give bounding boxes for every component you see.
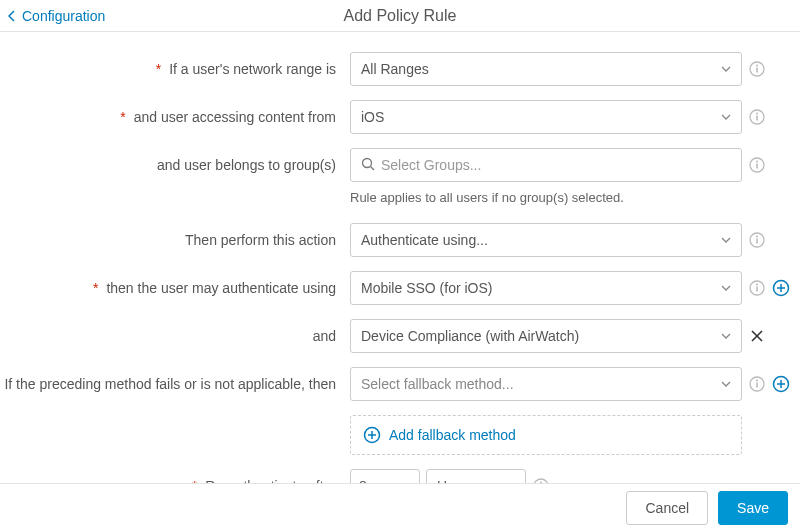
svg-point-6 <box>363 158 372 167</box>
chevron-down-icon <box>721 285 731 291</box>
network-range-select[interactable]: All Ranges <box>350 52 742 86</box>
svg-point-1 <box>756 65 758 67</box>
svg-rect-24 <box>756 383 758 388</box>
info-icon[interactable] <box>748 156 766 174</box>
svg-point-12 <box>756 236 758 238</box>
cancel-button[interactable]: Cancel <box>626 491 708 525</box>
svg-rect-2 <box>756 68 758 73</box>
info-icon[interactable] <box>748 108 766 126</box>
svg-point-9 <box>756 161 758 163</box>
chevron-down-icon <box>721 381 731 387</box>
info-icon[interactable] <box>748 279 766 297</box>
auth-method-2-select[interactable]: Device Compliance (with AirWatch) <box>350 319 742 353</box>
groups-helper-text: Rule applies to all users if no group(s)… <box>350 190 800 205</box>
info-icon[interactable] <box>748 231 766 249</box>
chevron-down-icon <box>721 237 731 243</box>
svg-point-23 <box>756 380 758 382</box>
svg-point-4 <box>756 113 758 115</box>
required-asterisk: * <box>120 109 129 125</box>
label-fallback: If the preceding method fails or is not … <box>0 376 350 392</box>
remove-auth-method-button[interactable] <box>748 327 766 345</box>
reauth-value-input[interactable]: 8 <box>350 469 420 483</box>
label-auth-using: * then the user may authenticate using <box>0 280 350 296</box>
fallback-method-select[interactable]: Select fallback method... <box>350 367 742 401</box>
chevron-down-icon <box>721 66 731 72</box>
auth-method-1-select[interactable]: Mobile SSO (for iOS) <box>350 271 742 305</box>
reauth-unit-select[interactable]: Hours <box>426 469 526 483</box>
add-fallback-label: Add fallback method <box>389 427 516 443</box>
action-select[interactable]: Authenticate using... <box>350 223 742 257</box>
save-button[interactable]: Save <box>718 491 788 525</box>
label-accessing-from: * and user accessing content from <box>0 109 350 125</box>
required-asterisk: * <box>156 61 165 77</box>
accessing-from-select[interactable]: iOS <box>350 100 742 134</box>
add-auth-method-button[interactable] <box>772 279 790 297</box>
label-then-action: Then perform this action <box>0 232 350 248</box>
svg-rect-10 <box>756 164 758 169</box>
svg-rect-13 <box>756 239 758 244</box>
back-label: Configuration <box>22 8 105 24</box>
chevron-down-icon <box>721 114 731 120</box>
groups-input[interactable]: Select Groups... <box>350 148 742 182</box>
chevron-down-icon <box>721 333 731 339</box>
label-and: and <box>0 328 350 344</box>
plus-circle-icon <box>363 426 381 444</box>
svg-rect-5 <box>756 116 758 121</box>
label-network-range: * If a user's network range is <box>0 61 350 77</box>
label-groups: and user belongs to group(s) <box>0 157 350 173</box>
back-link[interactable]: Configuration <box>8 8 105 24</box>
svg-rect-16 <box>756 287 758 292</box>
info-icon[interactable] <box>748 375 766 393</box>
page-title: Add Policy Rule <box>344 7 457 25</box>
add-fallback-method-button[interactable]: Add fallback method <box>350 415 742 455</box>
required-asterisk: * <box>93 280 102 296</box>
chevron-left-icon <box>8 10 16 22</box>
svg-line-7 <box>371 166 375 170</box>
svg-point-15 <box>756 284 758 286</box>
add-fallback-button-icon[interactable] <box>772 375 790 393</box>
search-icon <box>361 157 375 174</box>
info-icon[interactable] <box>748 60 766 78</box>
